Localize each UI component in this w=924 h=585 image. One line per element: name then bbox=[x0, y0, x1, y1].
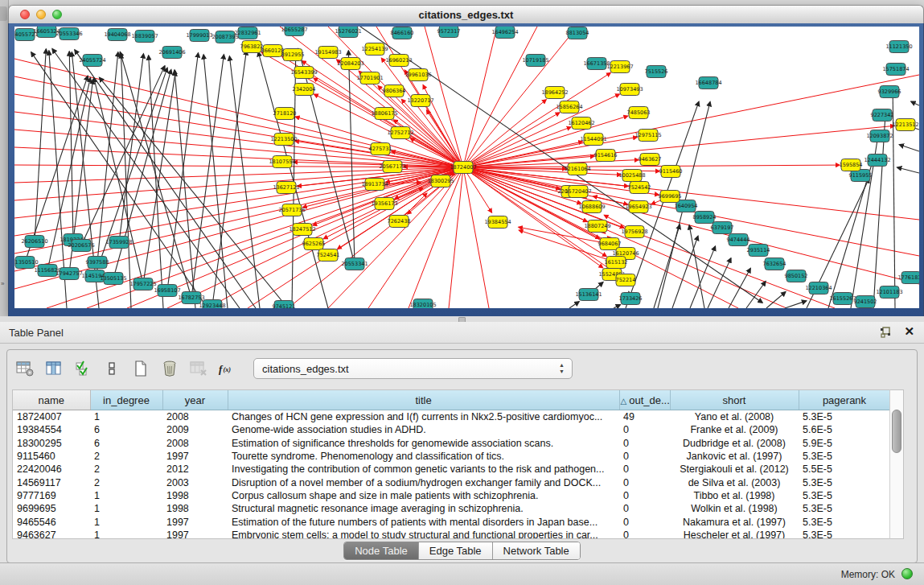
graph-node[interactable]: 19384554 bbox=[484, 216, 511, 229]
graph-node[interactable]: 16155267 bbox=[829, 293, 856, 305]
graph-node[interactable]: 9115460 bbox=[659, 166, 683, 178]
tab-edge-table[interactable]: Edge Table bbox=[419, 542, 493, 559]
graph-node[interactable]: 12923448 bbox=[199, 300, 225, 309]
graph-node[interactable]: 20691406 bbox=[158, 47, 185, 59]
collapsed-panel-tab[interactable] bbox=[0, 6, 7, 21]
graph-node[interactable]: 18806175 bbox=[371, 108, 397, 120]
graph-node[interactable]: 7524542 bbox=[628, 182, 651, 194]
graph-node[interactable]: 18320105 bbox=[409, 299, 436, 309]
column-header-short[interactable]: short bbox=[670, 390, 799, 410]
select-all-columns-button[interactable] bbox=[73, 359, 92, 378]
graph-node[interactable]: 17359928 bbox=[105, 237, 132, 249]
table-vertical-scrollbar[interactable] bbox=[889, 389, 904, 539]
graph-node[interactable]: 9474444 bbox=[727, 234, 750, 246]
graph-node[interactable]: 7963822 bbox=[240, 41, 264, 53]
graph-node[interactable]: 24055724 bbox=[79, 55, 105, 67]
graph-node[interactable]: 19756928 bbox=[621, 226, 647, 238]
graph-node[interactable]: 11544091 bbox=[580, 134, 606, 146]
graph-node[interactable]: 16543399 bbox=[290, 67, 317, 79]
graph-node[interactable]: 7485063 bbox=[627, 107, 651, 119]
graph-node[interactable]: 7262438 bbox=[388, 216, 411, 228]
create-column-button[interactable] bbox=[131, 359, 150, 378]
table-row[interactable]: 1872400712008Changes of HCN gene express… bbox=[13, 410, 890, 424]
graph-node[interactable]: 19356173 bbox=[371, 198, 397, 210]
graph-node[interactable]: 10719185 bbox=[522, 55, 548, 67]
float-panel-icon[interactable] bbox=[879, 326, 892, 339]
column-header-year[interactable]: year bbox=[162, 390, 228, 410]
graph-node[interactable]: 17701901 bbox=[356, 72, 383, 84]
graph-node[interactable]: 2342004 bbox=[293, 84, 316, 96]
graph-node[interactable]: 12161064 bbox=[564, 163, 590, 175]
graph-node[interactable]: 15276021 bbox=[335, 27, 361, 38]
graph-node[interactable]: 8813054 bbox=[566, 27, 589, 39]
graph-node[interactable]: 9397588 bbox=[86, 257, 109, 269]
graph-node[interactable]: 22832961 bbox=[234, 27, 261, 39]
table-row[interactable]: 977716911998Corpus callosum shape and si… bbox=[13, 489, 890, 502]
table-row[interactable]: 946362711997Embryonic stem cells: a mode… bbox=[13, 529, 890, 539]
graph-node[interactable]: 9241502 bbox=[854, 296, 877, 308]
graph-node[interactable]: 18964252 bbox=[541, 87, 568, 99]
column-header-title[interactable]: title bbox=[228, 390, 619, 410]
expand-arrow-icon[interactable]: » bbox=[1, 280, 4, 287]
graph-node[interactable]: 16120462 bbox=[568, 117, 594, 130]
graph-node[interactable]: 17761815 bbox=[897, 272, 919, 284]
tab-network-table[interactable]: Network Table bbox=[493, 542, 580, 559]
graph-node[interactable]: 9154616 bbox=[594, 150, 618, 162]
graph-node[interactable]: 2718120 bbox=[273, 108, 297, 120]
graph-node[interactable]: 12254139 bbox=[361, 43, 388, 56]
column-header-name[interactable]: name bbox=[13, 390, 90, 410]
graph-node[interactable]: 7515526 bbox=[645, 66, 668, 78]
graph-node[interactable]: 18839057 bbox=[131, 31, 158, 43]
graph-node[interactable]: 12093872 bbox=[866, 130, 893, 142]
close-panel-icon[interactable]: ✕ bbox=[904, 324, 914, 339]
graph-node[interactable]: 20571736 bbox=[278, 204, 305, 216]
table-row[interactable]: 2242004622012Investigating the contribut… bbox=[13, 463, 890, 476]
row-options-button[interactable] bbox=[102, 359, 121, 378]
graph-node[interactable]: 10973493 bbox=[616, 84, 643, 96]
graph-node[interactable]: 15751874 bbox=[882, 64, 909, 76]
graph-node[interactable]: 9463627 bbox=[639, 154, 662, 166]
graph-node[interactable]: 17942757 bbox=[55, 268, 82, 280]
graph-node[interactable]: 18247512 bbox=[289, 224, 315, 236]
graph-node[interactable]: 16958107 bbox=[154, 285, 180, 297]
graph-node[interactable]: 19154983 bbox=[314, 47, 341, 59]
table-row[interactable]: 1456911722003Disruption of a novel membe… bbox=[13, 476, 890, 488]
graph-node[interactable]: 22084203 bbox=[337, 58, 363, 70]
graph-node[interactable]: 7632654 bbox=[763, 258, 786, 270]
window-titlebar[interactable]: citations_edges.txt bbox=[8, 5, 924, 25]
graph-node[interactable]: 20567173 bbox=[379, 161, 405, 173]
table-mode-button[interactable] bbox=[15, 359, 35, 378]
function-builder-button[interactable]: f (x) bbox=[218, 359, 237, 378]
show-columns-button[interactable] bbox=[44, 359, 64, 378]
graph-node[interactable]: 4275731 bbox=[369, 143, 392, 155]
graph-node[interactable]: 16648784 bbox=[695, 77, 721, 89]
graph-node[interactable]: 8958924 bbox=[693, 212, 717, 224]
graph-node[interactable]: 9572317 bbox=[437, 27, 461, 38]
graph-node[interactable]: 13220717 bbox=[407, 95, 433, 107]
table-row[interactable]: 1830029562008Estimation of significance … bbox=[13, 437, 890, 450]
graph-node[interactable]: 17999013 bbox=[186, 30, 212, 42]
graph-node[interactable]: 12213512 bbox=[892, 119, 918, 131]
memory-ok-icon[interactable] bbox=[901, 568, 913, 579]
split-divider[interactable] bbox=[0, 316, 924, 322]
graph-node[interactable]: 18913734 bbox=[361, 179, 388, 191]
graph-node[interactable]: 1595854 bbox=[840, 159, 863, 171]
graph-node[interactable]: 12975115 bbox=[634, 130, 661, 142]
graph-node[interactable]: 18807249 bbox=[584, 220, 610, 233]
graph-node[interactable]: 15136141 bbox=[575, 289, 602, 301]
graph-node[interactable]: 19961036 bbox=[405, 69, 431, 81]
graph-node[interactable]: 9850152 bbox=[785, 270, 808, 282]
graph-node[interactable]: 8912955 bbox=[281, 49, 305, 61]
graph-node[interactable]: 16496254 bbox=[491, 27, 518, 39]
graph-hub-node[interactable]: 18724007 bbox=[450, 162, 476, 174]
table-row[interactable]: 911546021997Tourette syndrome. Phenomeno… bbox=[13, 450, 890, 463]
graph-node[interactable]: 12210364 bbox=[805, 282, 832, 295]
graph-node[interactable]: 20206576 bbox=[68, 240, 94, 252]
graph-node[interactable]: 7524541 bbox=[317, 249, 340, 262]
graph-node[interactable]: 12101183 bbox=[876, 286, 902, 299]
delete-column-button[interactable] bbox=[160, 359, 179, 378]
graph-node[interactable]: 19654923 bbox=[625, 201, 651, 213]
graph-node[interactable]: 26206510 bbox=[21, 236, 47, 248]
graph-node[interactable]: 18107554 bbox=[269, 156, 295, 168]
graph-node[interactable]: 9745121 bbox=[273, 301, 296, 309]
